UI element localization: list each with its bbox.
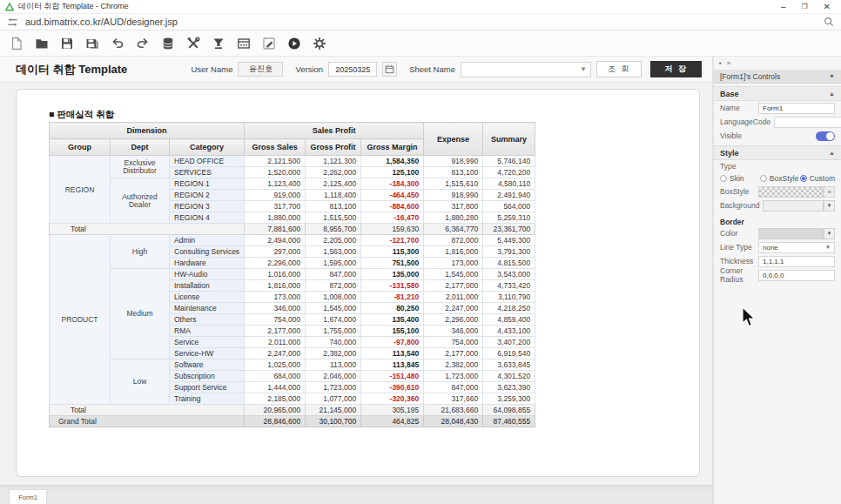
corner-radius-field[interactable] [758,270,835,281]
new-file-button[interactable] [5,33,28,54]
calendar-icon [385,64,394,74]
value-cell: 317,800 [424,201,483,212]
radio-boxstyle[interactable]: BoxStyle [760,174,800,183]
save-as-icon [85,37,99,50]
radio-selected-icon [800,175,807,182]
value-cell: 1,816,000 [424,246,483,258]
border-color-swatch[interactable] [758,228,824,239]
section-base-header[interactable]: Base ▲ [714,86,841,101]
tools-button[interactable] [182,33,205,54]
background-dropdown-button[interactable]: ▼ [824,200,835,212]
settings-button[interactable] [308,33,331,54]
edit-button[interactable] [258,33,280,54]
languagecode-field[interactable] [774,117,841,128]
table-row: Authorized DealerREGION 11,123,4002,125,… [50,178,535,190]
value-cell: 2,382,000 [424,360,483,371]
value-cell: 847,000 [424,382,483,393]
visible-toggle[interactable] [816,131,835,141]
funnel-button[interactable] [207,33,230,54]
thickness-field[interactable] [758,256,835,267]
calendar-button[interactable] [382,62,397,77]
query-grid-icon [237,37,251,50]
sales-data-table: Dimension Sales Profit Expense Summary G… [49,122,535,427]
search-icon[interactable] [824,17,834,27]
value-cell: 754,000 [245,314,306,326]
funnel-icon [212,37,225,50]
category-cell: License [170,292,245,303]
value-cell: 4,218,250 [483,303,535,314]
chevron-down-icon: ▼ [825,245,831,250]
sheet-section-title: ■ 판매실적 취합 [49,109,114,121]
database-button[interactable] [157,33,179,54]
value-cell: 1,121,300 [306,156,361,167]
value-cell: 4,815,500 [483,258,535,269]
query-grid-button[interactable] [232,33,255,54]
controls-panel-header[interactable]: [Form1]'s Controls ▼ [714,70,841,84]
radio-custom[interactable]: Custom [800,174,835,183]
save-as-button[interactable] [81,33,104,54]
value-cell: 317,660 [424,393,483,405]
value-cell: 28,846,600 [245,416,306,427]
value-cell: 2,296,000 [245,258,306,269]
value-cell: 1,755,000 [306,326,361,337]
value-cell: 1,025,000 [245,360,306,371]
site-settings-icon[interactable] [7,17,18,28]
value-cell: 3,791,300 [483,246,535,258]
line-type-select[interactable]: none ▼ [758,242,835,253]
boxstyle-swatch[interactable] [758,186,824,198]
tab-form1[interactable]: Form1 [9,489,47,504]
value-cell: 6,919,540 [483,348,535,360]
value-cell: 2,177,000 [245,326,306,337]
maximize-button[interactable]: ❐ [801,1,807,13]
value-cell: -184,300 [361,178,424,190]
properties-panel: ▪ » [Form1]'s Controls ▼ Base ▲ Name Lan… [714,57,841,504]
header-group: Group [50,139,111,156]
value-cell: 918,990 [424,190,483,201]
radio-skin[interactable]: Skin [720,174,760,183]
value-cell: 5,449,300 [483,235,535,246]
border-color-dropdown-button[interactable]: ▼ [824,228,835,239]
url-text[interactable]: aud.bimatrix.co.kr/AUD/designer.jsp [25,17,178,27]
save-button[interactable] [56,33,78,54]
sheet-name-select[interactable]: ▼ [461,62,591,77]
category-cell: Others [170,314,245,326]
category-cell: Support Service [170,382,245,393]
section-style-title: Style [720,149,739,158]
search-button[interactable]: 조 회 [596,61,643,77]
name-field[interactable] [758,103,835,114]
user-name-field[interactable] [238,62,283,77]
undo-button[interactable] [106,33,129,54]
redo-button[interactable] [131,33,154,54]
value-cell: 1,123,400 [245,178,306,190]
type-radio-group: Skin BoxStyle Custom [714,171,841,185]
open-folder-button[interactable] [30,33,53,54]
value-cell: 3,407,200 [483,337,535,348]
grand-total-label: Grand Total [50,416,245,427]
value-cell: 1,444,000 [245,382,306,393]
save-button[interactable]: 저 장 [650,61,702,77]
value-cell: 80,250 [361,303,424,314]
minimize-button[interactable]: – [781,1,786,13]
background-swatch[interactable] [763,200,824,212]
section-style-header[interactable]: Style ▲ [714,145,841,160]
redo-icon [136,37,150,50]
value-cell: 2,185,000 [245,393,306,405]
value-cell: 919,000 [245,190,306,201]
tools-icon [186,37,200,50]
header-sales-profit: Sales Profit [245,123,424,139]
value-cell: -884,600 [361,201,424,212]
value-cell: 1,515,610 [424,178,483,190]
value-cell: 1,674,000 [306,314,361,326]
form-canvas[interactable]: ■ 판매실적 취합 Dimension Sales Profit Expense… [16,89,700,477]
value-cell: 2,205,000 [306,235,361,246]
designer-toolbar [0,30,841,57]
version-field[interactable] [328,62,377,77]
boxstyle-more-button[interactable]: ≡ [824,186,835,198]
value-cell: 3,543,000 [483,269,535,280]
run-button[interactable] [283,33,306,54]
pin-icon[interactable]: ▪ [719,59,722,67]
collapse-right-icon[interactable]: » [727,59,730,67]
close-button[interactable]: ✕ [824,1,831,13]
radio-boxstyle-label: BoxStyle [770,174,799,183]
table-row: LowSoftware1,025,000113,000113,8452,382,… [50,360,535,371]
